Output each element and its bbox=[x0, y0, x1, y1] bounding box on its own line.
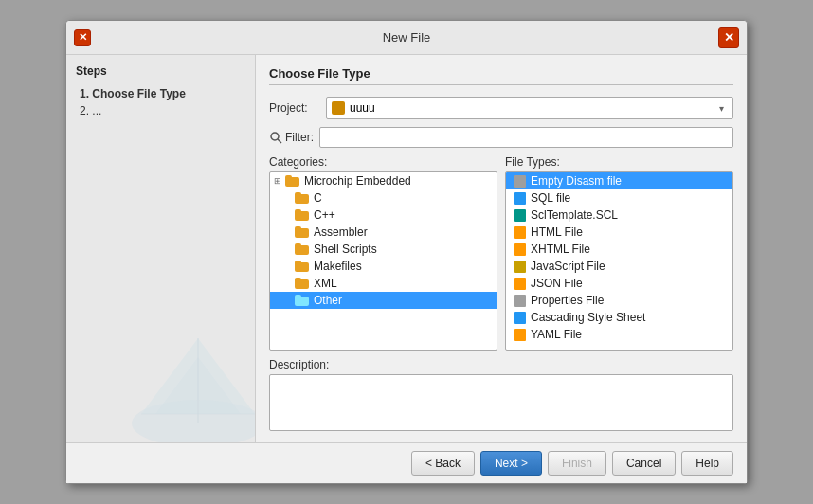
categories-list[interactable]: ⊞ Microchip Embedded C C++ bbox=[269, 171, 497, 351]
close-button-right[interactable]: ✕ bbox=[718, 27, 739, 48]
filter-row: Filter: bbox=[269, 127, 733, 148]
steps-panel: Steps 1. Choose File Type 2. ... bbox=[66, 55, 256, 442]
folder-icon bbox=[295, 295, 310, 306]
folder-icon bbox=[285, 175, 300, 187]
folder-icon bbox=[295, 209, 310, 221]
category-other[interactable]: Other bbox=[270, 292, 497, 309]
category-c[interactable]: C bbox=[270, 189, 497, 207]
next-button[interactable]: Next > bbox=[480, 451, 542, 476]
svg-line-6 bbox=[278, 139, 281, 143]
file-type-yaml[interactable]: YAML File bbox=[506, 326, 732, 343]
category-cpp[interactable]: C++ bbox=[270, 207, 497, 224]
file-icon bbox=[512, 311, 527, 324]
section-title: Choose File Type bbox=[269, 66, 733, 85]
file-type-html[interactable]: HTML File bbox=[506, 224, 732, 241]
description-section: Description: bbox=[269, 358, 733, 431]
help-button[interactable]: Help bbox=[681, 451, 733, 476]
file-types-label: File Types: bbox=[505, 155, 733, 169]
file-types-list[interactable]: Empty Disasm file SQL file SclTemplate.S… bbox=[505, 171, 733, 351]
file-icon bbox=[512, 294, 527, 307]
close-button-left[interactable]: ✕ bbox=[74, 29, 91, 46]
file-icon bbox=[512, 174, 527, 188]
file-type-json[interactable]: JSON File bbox=[506, 275, 732, 292]
step-2: 2. ... bbox=[76, 104, 245, 117]
dialog-body: Steps 1. Choose File Type 2. ... Choose … bbox=[66, 55, 747, 442]
project-row: Project: uuuu ▾ bbox=[269, 97, 733, 119]
filter-label: Filter: bbox=[269, 131, 314, 144]
category-makefiles[interactable]: Makefiles bbox=[270, 258, 497, 275]
category-xml[interactable]: XML bbox=[270, 275, 497, 292]
file-icon bbox=[512, 225, 527, 239]
back-button[interactable]: < Back bbox=[411, 451, 475, 476]
file-type-empty-disasm[interactable]: Empty Disasm file bbox=[506, 172, 732, 189]
category-assembler[interactable]: Assembler bbox=[270, 224, 497, 241]
new-file-dialog: ✕ New File ✕ Steps 1. Choose File Type 2… bbox=[65, 20, 748, 484]
cancel-button[interactable]: Cancel bbox=[612, 451, 676, 476]
steps-title: Steps bbox=[76, 64, 245, 78]
file-type-properties[interactable]: Properties File bbox=[506, 292, 732, 309]
lists-row: Categories: ⊞ Microchip Embedded C bbox=[269, 155, 733, 351]
file-type-sql[interactable]: SQL file bbox=[506, 189, 732, 207]
dialog-footer: < Back Next > Finish Cancel Help bbox=[66, 442, 747, 483]
description-label: Description: bbox=[269, 358, 733, 371]
file-icon bbox=[512, 328, 527, 341]
category-shell[interactable]: Shell Scripts bbox=[270, 241, 497, 258]
folder-icon bbox=[295, 261, 310, 272]
file-icon bbox=[512, 277, 527, 290]
dropdown-arrow-icon: ▾ bbox=[714, 98, 729, 118]
file-icon bbox=[512, 191, 527, 205]
project-dropdown[interactable]: uuuu ▾ bbox=[326, 97, 733, 119]
project-label: Project: bbox=[269, 101, 318, 115]
categories-panel: Categories: ⊞ Microchip Embedded C bbox=[269, 155, 497, 351]
finish-button[interactable]: Finish bbox=[548, 451, 606, 476]
file-type-scl[interactable]: SclTemplate.SCL bbox=[506, 207, 732, 224]
file-type-xhtml[interactable]: XHTML File bbox=[506, 241, 732, 258]
svg-point-5 bbox=[271, 133, 279, 140]
file-icon bbox=[512, 243, 527, 256]
file-type-css[interactable]: Cascading Style Sheet bbox=[506, 309, 732, 326]
project-value: uuuu bbox=[350, 101, 714, 115]
title-bar: ✕ New File ✕ bbox=[66, 21, 747, 55]
step-1: 1. Choose File Type bbox=[76, 87, 245, 100]
file-icon bbox=[512, 208, 527, 222]
filter-input[interactable] bbox=[319, 127, 733, 148]
folder-icon bbox=[295, 243, 310, 255]
description-box bbox=[269, 374, 733, 431]
categories-label: Categories: bbox=[269, 155, 497, 169]
watermark-illustration bbox=[122, 329, 256, 442]
folder-icon bbox=[295, 226, 310, 238]
file-types-panel: File Types: Empty Disasm file SQL file bbox=[505, 155, 733, 351]
category-microchip[interactable]: ⊞ Microchip Embedded bbox=[270, 172, 497, 189]
file-type-javascript[interactable]: JavaScript File bbox=[506, 258, 732, 275]
search-icon bbox=[269, 131, 282, 144]
file-icon bbox=[512, 260, 527, 273]
dialog-title: New File bbox=[383, 30, 431, 45]
folder-icon bbox=[295, 278, 310, 289]
project-icon bbox=[331, 100, 346, 116]
content-panel: Choose File Type Project: uuuu ▾ bbox=[256, 55, 747, 442]
folder-icon bbox=[295, 192, 310, 204]
